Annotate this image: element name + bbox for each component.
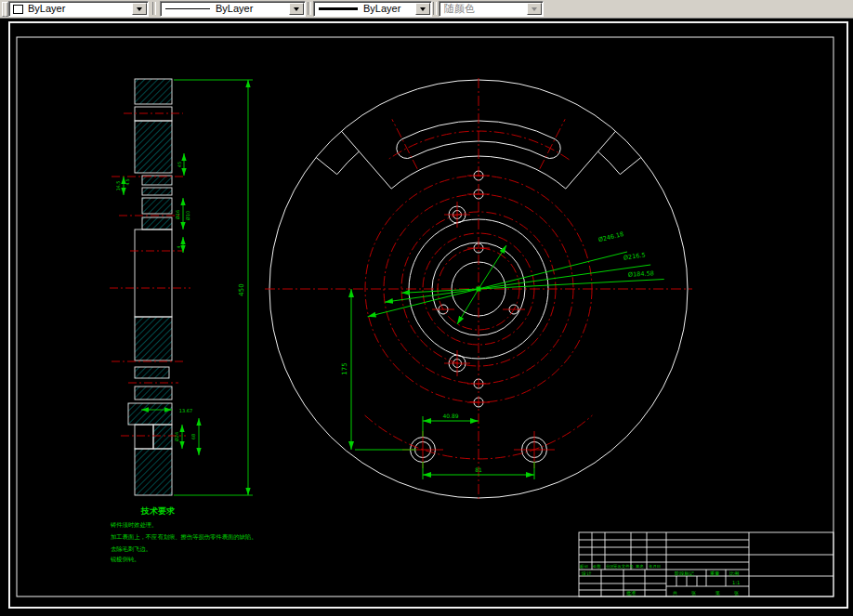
tb-sheet-no-unit: 张 (734, 590, 739, 596)
toolbar-separator (152, 2, 156, 15)
lineweight-sample-icon (319, 7, 358, 10)
tech-requirements-line: 加工表面上，不应有划痕、擦伤等损伤零件表面的缺陷。 (111, 533, 256, 541)
leader-label-246: Ø246.18 (597, 230, 624, 244)
dim-16: Ø16 (175, 210, 180, 219)
osnap-marker (477, 287, 481, 292)
linetype-control-value: ByLayer (216, 3, 253, 15)
color-swatch-icon (13, 5, 23, 14)
color-control[interactable]: ByLayer (8, 1, 149, 17)
tb-rev-file: 更改文件号 (613, 564, 635, 569)
tech-requirements: 技术要求 铸件须时效处理。 加工表面上，不应有划痕、擦伤等损伤零件表面的缺陷。 … (110, 506, 256, 563)
tech-requirements-line: 铸件须时效处理。 (110, 521, 157, 529)
tb-rev-sign: 签名 (636, 564, 644, 569)
linetype-control[interactable]: ByLayer (160, 1, 306, 17)
plotstyle-dropdown-button (527, 3, 542, 15)
chevron-down-icon (137, 7, 142, 11)
dim-68: 68 (190, 434, 196, 439)
tech-requirements-title: 技术要求 (140, 506, 176, 516)
chevron-down-icon (531, 7, 537, 11)
tb-rev-count: 处数 (593, 564, 601, 569)
toolbar-separator (433, 2, 437, 15)
linetype-sample-icon (165, 8, 210, 9)
dim-40-89: 40.89 (442, 413, 458, 419)
dim-10: Ø10 (185, 211, 190, 220)
dim-4-5: 4.5 (125, 178, 130, 185)
tb-weight-label: 重量 (710, 570, 719, 576)
color-control-value: ByLayer (28, 3, 65, 15)
tech-requirements-line: 去除毛刺飞边。 (111, 545, 151, 553)
linetype-dropdown-button[interactable] (289, 3, 304, 15)
tb-scale-label: 比例 (729, 570, 739, 577)
dim-45: 45 (177, 162, 182, 167)
lineweight-dropdown-button[interactable] (415, 3, 430, 15)
chevron-down-icon (420, 7, 426, 11)
section-view: 450 13.67 Ø24 68 14.5 4.5 45 Ø16 Ø10 4 (110, 79, 253, 495)
dim-24: Ø24 (174, 432, 179, 441)
tb-role-design: 设计 (581, 570, 592, 576)
autocad-window: ByLayer ByLayer ByLayer 随颜色 (0, 0, 853, 616)
plotstyle-control: 随颜色 (439, 1, 544, 17)
tb-sheet-no-label: 第 (715, 590, 720, 596)
tb-scale-value: 1:1 (732, 580, 740, 585)
tech-requirements-line: 锐棱倒钝。 (110, 556, 139, 563)
dim-14-5: 14.5 (115, 180, 121, 190)
chevron-down-icon (294, 7, 299, 11)
tb-sheet-total-label: 共 (673, 590, 677, 596)
toolbar-separator (308, 2, 311, 15)
dim-81: 81 (475, 466, 482, 473)
plotstyle-control-value: 随颜色 (444, 3, 475, 15)
dim-overall: 450 (238, 283, 245, 295)
object-properties-toolbar: ByLayer ByLayer ByLayer 随颜色 (0, 0, 853, 19)
dim-4: 4 (177, 245, 181, 248)
tb-stage-label: 阶段标记 (675, 570, 695, 577)
tb-rev-date: 年月日 (649, 564, 661, 569)
leader-label-184: Ø184.58 (628, 269, 654, 278)
title-block: 标记 处数 分区 更改文件号 签名 年月日 设计 批准 阶段标记 重量 比例 1… (579, 532, 833, 596)
front-view: Ø246.18 Ø216.5 Ø184.58 175 40.89 81 (265, 78, 692, 502)
tb-sheet-total-unit: 张 (691, 590, 696, 596)
drawing-canvas[interactable]: 450 13.67 Ø24 68 14.5 4.5 45 Ø16 Ø10 4 (0, 0, 853, 616)
dim-175: 175 (341, 362, 348, 374)
leader-label-216: Ø216.5 (623, 251, 646, 261)
color-dropdown-button[interactable] (132, 3, 147, 15)
lineweight-control[interactable]: ByLayer (313, 1, 432, 17)
tb-role-approve: 批准 (626, 590, 636, 596)
lineweight-control-value: ByLayer (363, 3, 400, 15)
dim-13-67: 13.67 (179, 408, 192, 413)
tb-rev-mark: 标记 (580, 564, 588, 570)
